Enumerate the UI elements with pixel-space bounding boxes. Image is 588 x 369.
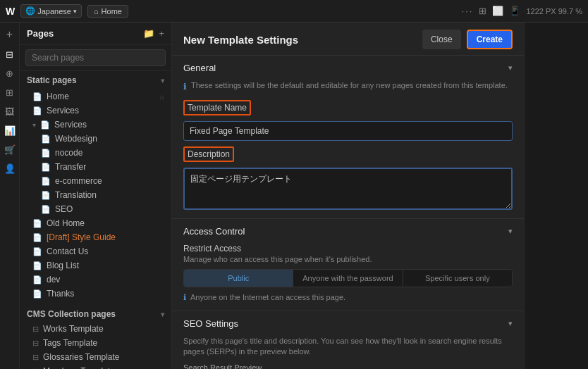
seo-settings-header[interactable]: SEO Settings ▾ bbox=[172, 311, 524, 336]
nav-item-thanks[interactable]: 📄 Thanks bbox=[20, 287, 171, 301]
create-button[interactable]: Create bbox=[467, 30, 513, 49]
layers-icon[interactable]: ⊕ bbox=[6, 68, 13, 79]
page-icon: 📄 bbox=[32, 261, 42, 270]
access-tabs: Public Anyone with the password Specific… bbox=[183, 269, 513, 287]
template-icon: ⊟ bbox=[32, 339, 39, 348]
page-icon: 📄 bbox=[41, 135, 51, 144]
left-toolbar: + ⊟ ⊕ ⊞ 🖼 📊 🛒 👤 [F bbox=[0, 23, 20, 369]
page-icon: 📄 bbox=[32, 275, 42, 284]
template-icon: ⊟ bbox=[32, 367, 39, 370]
page-icon: 📄 bbox=[32, 247, 42, 256]
new-page-icon[interactable]: + bbox=[159, 28, 164, 39]
restrict-access-desc: Manage who can access this page when it'… bbox=[183, 255, 513, 263]
nav-item-translation[interactable]: 📄 Translation bbox=[20, 188, 171, 202]
info-icon: ℹ bbox=[183, 81, 187, 93]
nav-item-blog-list[interactable]: 📄 Blog List bbox=[20, 258, 171, 273]
panel-title: New Template Settings bbox=[183, 34, 298, 46]
layout-icon[interactable]: ⊞ bbox=[479, 6, 486, 16]
mobile-icon[interactable]: 📱 bbox=[509, 6, 520, 16]
page-icon: 📄 bbox=[32, 92, 42, 101]
chevron-down-icon: ▾ bbox=[161, 311, 164, 318]
panel-header: New Template Settings Close Create bbox=[172, 23, 524, 56]
info-icon: ℹ bbox=[183, 293, 186, 302]
page-icon: 📄 bbox=[41, 163, 51, 172]
nav-item-members-template[interactable]: ⊟ Members Template bbox=[20, 364, 171, 369]
home-icon: ⌂ bbox=[94, 7, 99, 15]
template-icon: ⊟ bbox=[32, 353, 39, 362]
description-label: Description bbox=[183, 146, 234, 162]
tab-password[interactable]: Anyone with the password bbox=[293, 270, 403, 287]
language-selector[interactable]: 🌐 Japanese ▾ bbox=[20, 4, 82, 18]
new-folder-icon[interactable]: 📁 bbox=[143, 28, 154, 39]
cms-icon[interactable]: 📊 bbox=[4, 125, 16, 136]
nav-item-tags-template[interactable]: ⊟ Tags Template bbox=[20, 336, 171, 350]
nav-item-works-template[interactable]: ⊟ Works Template bbox=[20, 322, 171, 336]
description-textarea[interactable] bbox=[183, 168, 513, 210]
nav-item-contact-us[interactable]: 📄 Contact Us bbox=[20, 244, 171, 258]
nav-item-old-home[interactable]: 📄 Old Home bbox=[20, 216, 171, 230]
webflow-logo: W bbox=[6, 6, 15, 17]
nav-item-services1[interactable]: 📄 Services bbox=[20, 104, 171, 118]
tablet-icon[interactable]: ⬜ bbox=[492, 6, 503, 16]
page-icon: 📄 bbox=[41, 191, 51, 200]
page-icon: 📄 bbox=[40, 120, 50, 130]
page-icon: 📄 bbox=[32, 219, 42, 228]
search-result-preview-label: Search Result Preview bbox=[183, 363, 513, 369]
page-icon: 📄 bbox=[41, 177, 51, 186]
home-badge-icon: ⌂ bbox=[160, 93, 164, 101]
cms-section-header[interactable]: CMS Collection pages ▾ bbox=[20, 304, 171, 322]
chevron-down-icon: ▾ bbox=[508, 319, 513, 328]
general-info-text: These settings will be the default and e… bbox=[191, 80, 508, 91]
pages-icon[interactable]: ⊟ bbox=[6, 49, 13, 60]
more-options-icon[interactable]: ··· bbox=[462, 6, 474, 16]
seo-description: Specify this page's title and descriptio… bbox=[183, 336, 513, 358]
nav-item-nocode[interactable]: 📄 nocode bbox=[20, 146, 171, 160]
nav-item-services2[interactable]: ▾ 📄 Services bbox=[20, 118, 171, 132]
nav-item-transfer[interactable]: 📄 Transfer bbox=[20, 160, 171, 174]
restrict-access-label: Restrict Access bbox=[183, 244, 513, 254]
chevron-down-icon: ▾ bbox=[161, 77, 164, 85]
settings-panel: New Template Settings Close Create Gener… bbox=[172, 23, 525, 369]
seo-settings-section: SEO Settings ▾ Specify this page's title… bbox=[172, 311, 524, 369]
static-pages-section-header[interactable]: Static pages ▾ bbox=[20, 71, 171, 89]
template-icon: ⊟ bbox=[32, 325, 39, 334]
nav-item-seo[interactable]: 📄 SEO bbox=[20, 202, 171, 216]
template-name-label: Template Name bbox=[183, 100, 251, 115]
general-section: General ▾ ℹ These settings will be the d… bbox=[172, 56, 524, 219]
nav-item-home[interactable]: 📄 Home ⌂ bbox=[20, 89, 171, 104]
search-container bbox=[20, 45, 171, 71]
tab-specific-users[interactable]: Specific users only bbox=[403, 270, 512, 287]
assets-icon[interactable]: 🖼 bbox=[5, 106, 14, 117]
access-note: Anyone on the Internet can access this p… bbox=[190, 293, 345, 301]
page-icon: 📄 bbox=[32, 289, 42, 299]
close-button[interactable]: Close bbox=[422, 30, 461, 49]
page-icon: 📄 bbox=[41, 205, 51, 214]
flag-icon: 🌐 bbox=[25, 6, 35, 15]
ecommerce-icon[interactable]: 🛒 bbox=[4, 144, 16, 155]
access-control-header[interactable]: Access Control ▾ bbox=[172, 219, 524, 244]
components-icon[interactable]: ⊞ bbox=[6, 87, 13, 98]
nav-item-webdesign[interactable]: 📄 Webdesign bbox=[20, 132, 171, 146]
sidebar: Pages 📁 + Static pages ▾ 📄 Home ⌂ 📄 Ser bbox=[20, 23, 172, 369]
template-name-input[interactable] bbox=[183, 121, 513, 141]
page-icon: 📄 bbox=[41, 149, 51, 158]
page-icon: 📄 bbox=[32, 233, 42, 242]
tab-public[interactable]: Public bbox=[184, 270, 293, 287]
search-input[interactable] bbox=[25, 49, 166, 66]
access-control-section: Access Control ▾ Restrict Access Manage … bbox=[172, 219, 524, 311]
chevron-down-icon: ▾ bbox=[73, 8, 77, 15]
coords-display: 1222 PX 99.7 % bbox=[526, 7, 582, 15]
sidebar-title: Pages bbox=[27, 28, 54, 39]
nav-item-glossaries-template[interactable]: ⊟ Glossaries Template bbox=[20, 350, 171, 364]
expand-icon: ▾ bbox=[32, 121, 36, 129]
chevron-down-icon: ▾ bbox=[508, 227, 513, 236]
nav-item-dev[interactable]: 📄 dev bbox=[20, 273, 171, 287]
users-icon[interactable]: 👤 bbox=[4, 163, 16, 174]
chevron-down-icon: ▾ bbox=[508, 63, 513, 73]
home-tab[interactable]: ⌂ Home bbox=[87, 5, 128, 18]
general-section-header[interactable]: General ▾ bbox=[172, 56, 524, 80]
nav-item-ecommerce[interactable]: 📄 e-commerce bbox=[20, 174, 171, 188]
sidebar-header: Pages 📁 + bbox=[20, 23, 171, 45]
add-icon[interactable]: + bbox=[6, 28, 13, 41]
nav-item-draft-style-guide[interactable]: 📄 [Draft] Style Guide bbox=[20, 230, 171, 244]
